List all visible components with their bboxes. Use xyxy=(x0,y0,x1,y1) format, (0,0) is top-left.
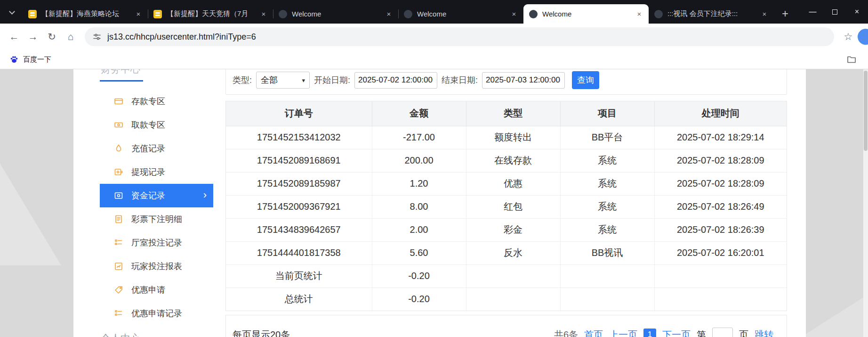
jump-button[interactable]: 跳转 xyxy=(755,329,773,337)
home-button[interactable]: ⌂ xyxy=(61,27,80,46)
browser-tab-2[interactable]: 【新提醒】天天竞猜（7月 × xyxy=(148,4,273,24)
tab-favicon xyxy=(654,10,663,18)
sidebar-item-withdrawal-records[interactable]: 提现记录 xyxy=(100,160,213,184)
table-row: 1751452089185987 1.20 优惠 系统 2025-07-02 1… xyxy=(226,172,787,195)
first-page-link[interactable]: 首页 xyxy=(584,329,603,337)
table-summary-row-total: 总统计 -0.20 xyxy=(226,288,787,311)
maximize-icon xyxy=(832,9,837,15)
ticket-icon xyxy=(114,214,123,224)
col-header-time: 处理时间 xyxy=(654,101,787,126)
url-bar[interactable]: js13.cc/hhcp/usercenter.html?iniType=6 xyxy=(85,27,834,46)
next-page-link[interactable]: 下一页 xyxy=(662,329,691,337)
sidebar-item-label: 充值记录 xyxy=(131,143,165,154)
maximize-button[interactable] xyxy=(824,0,846,24)
tab-close-icon[interactable]: × xyxy=(509,9,519,19)
tab-title: 【新提醒】天天竞猜（7月 xyxy=(167,9,256,18)
tab-favicon xyxy=(529,10,538,18)
browser-tab-4[interactable]: Welcome × xyxy=(398,4,523,24)
cell-time: 2025-07-02 16:20:01 xyxy=(654,241,787,264)
sidebar-section-personal[interactable]: 个人中心 xyxy=(100,332,213,337)
browser-tab-3[interactable]: Welcome × xyxy=(273,4,398,24)
cell-time: 2025-07-02 18:29:14 xyxy=(654,126,787,149)
sidebar-item-label: 提现记录 xyxy=(131,166,165,178)
start-date-input[interactable] xyxy=(354,72,437,89)
sidebar-item-deposit-zone[interactable]: 存款专区 xyxy=(100,90,213,113)
bookmarks-bar: 百度一下 xyxy=(0,50,868,69)
cell-time: 2025-07-02 18:28:09 xyxy=(654,172,787,195)
current-page-badge[interactable]: 1 xyxy=(643,329,656,337)
tab-close-icon[interactable]: × xyxy=(134,9,143,19)
type-label: 类型: xyxy=(233,74,252,86)
browser-tab-1[interactable]: 【新提醒】海燕策略论坛 × xyxy=(23,4,148,24)
cell-amount: 2.00 xyxy=(372,218,466,241)
cell-project: BB平台 xyxy=(560,126,654,149)
cell-amount: 1.20 xyxy=(372,172,466,195)
banknote-icon xyxy=(114,120,123,130)
scrollbar-thumb[interactable] xyxy=(864,71,868,151)
close-window-button[interactable]: × xyxy=(846,0,868,24)
type-select[interactable]: 全部 ▾ xyxy=(256,72,310,89)
col-header-project: 项目 xyxy=(560,101,654,126)
sidebar-item-recharge-records[interactable]: 充值记录 xyxy=(100,137,213,160)
sidebar-item-label: 优惠申请 xyxy=(131,284,165,296)
bookmark-item-baidu[interactable]: 百度一下 xyxy=(6,53,55,66)
jump-prefix: 第 xyxy=(697,329,706,337)
browser-tab-5-active[interactable]: Welcome × xyxy=(523,4,649,24)
type-select-value: 全部 xyxy=(261,74,278,86)
end-date-input[interactable] xyxy=(482,72,565,89)
cell-type: 额度转出 xyxy=(466,126,560,149)
pagination-controls: 共6条 首页 上一页 1 下一页 第 页 跳转 xyxy=(554,328,773,337)
profile-avatar[interactable] xyxy=(858,29,868,45)
prev-page-link[interactable]: 上一页 xyxy=(609,329,637,337)
start-date-label: 开始日期: xyxy=(314,74,350,86)
tab-close-icon[interactable]: × xyxy=(259,9,268,19)
sidebar-item-hall-bet-records[interactable]: 厅室投注记录 xyxy=(100,231,213,255)
background-triangle-decoration xyxy=(801,280,863,337)
sidebar-item-promo-apply-records[interactable]: 优惠申请记录 xyxy=(100,302,213,325)
tag-icon xyxy=(114,285,123,295)
cell-amount: -217.00 xyxy=(372,126,466,149)
cell-summary-label: 当前页统计 xyxy=(226,264,372,288)
cell-type: 在线存款 xyxy=(466,149,560,172)
bookmarks-folder-icon[interactable] xyxy=(846,54,857,65)
background-triangle-decoration xyxy=(0,164,61,265)
cell-summary-label: 总统计 xyxy=(226,288,372,311)
sidebar-item-player-bet-report[interactable]: 玩家投注报表 xyxy=(100,255,213,278)
tab-search-chevron-icon[interactable] xyxy=(6,6,18,18)
list-check-icon xyxy=(114,309,123,318)
sidebar-section-finance[interactable]: 财务中心 xyxy=(100,69,143,82)
tab-close-icon[interactable]: × xyxy=(635,9,644,19)
cell-type: 优惠 xyxy=(466,172,560,195)
sidebar-item-withdraw-zone[interactable]: 取款专区 xyxy=(100,113,213,137)
site-info-icon[interactable] xyxy=(92,32,102,41)
tab-title: 【新提醒】海燕策略论坛 xyxy=(41,9,131,18)
cell-project: 系统 xyxy=(560,172,654,195)
cell-time: 2025-07-02 18:26:39 xyxy=(654,218,787,241)
tab-favicon xyxy=(279,10,287,18)
search-button[interactable]: 查询 xyxy=(572,71,599,89)
bank-card-icon xyxy=(114,97,123,106)
bookmark-star-icon[interactable]: ☆ xyxy=(839,27,858,46)
forward-button[interactable]: → xyxy=(24,27,42,46)
sidebar-menu: 存款专区 取款专区 充值记录 提现记录 xyxy=(100,90,213,325)
sidebar-item-label: 彩票下注明细 xyxy=(131,214,182,225)
sidebar-item-lottery-bet-details[interactable]: 彩票下注明细 xyxy=(100,207,213,231)
tab-close-icon[interactable]: × xyxy=(760,9,769,19)
back-button[interactable]: ← xyxy=(5,27,24,46)
wallet-icon xyxy=(114,191,123,200)
window-controls: — × xyxy=(802,0,868,24)
sidebar-item-label: 优惠申请记录 xyxy=(131,308,182,319)
sidebar-item-promo-apply[interactable]: 优惠申请 xyxy=(100,278,213,302)
sidebar-item-fund-records[interactable]: 资金记录 › xyxy=(100,184,213,207)
records-table: 订单号 金额 类型 项目 处理时间 1751452153412032 -217.… xyxy=(225,101,787,311)
tab-title: Welcome xyxy=(417,10,506,18)
browser-tab-6[interactable]: :::视讯 会员下注纪录::: × xyxy=(649,4,774,24)
page-scrollbar[interactable] xyxy=(863,69,868,337)
new-tab-button[interactable]: + xyxy=(778,6,793,21)
tab-favicon xyxy=(404,10,412,18)
tab-close-icon[interactable]: × xyxy=(384,9,394,19)
chevron-down-icon xyxy=(9,8,15,15)
reload-button[interactable]: ↻ xyxy=(42,27,61,46)
minimize-button[interactable]: — xyxy=(802,0,824,24)
page-jump-input[interactable] xyxy=(712,328,733,337)
